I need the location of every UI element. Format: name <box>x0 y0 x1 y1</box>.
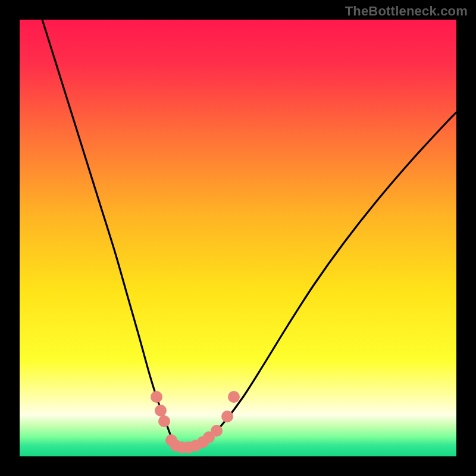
highlight-dot <box>151 391 162 403</box>
bottleneck-curve <box>20 20 456 456</box>
plot-area <box>20 20 456 456</box>
watermark-text: TheBottleneck.com <box>345 4 468 19</box>
chart-frame: TheBottleneck.com <box>0 0 476 476</box>
highlight-dot <box>158 415 170 427</box>
highlight-dot <box>211 425 223 437</box>
highlight-dot <box>228 391 240 403</box>
highlight-dot <box>221 411 233 422</box>
highlight-dot <box>155 405 167 416</box>
